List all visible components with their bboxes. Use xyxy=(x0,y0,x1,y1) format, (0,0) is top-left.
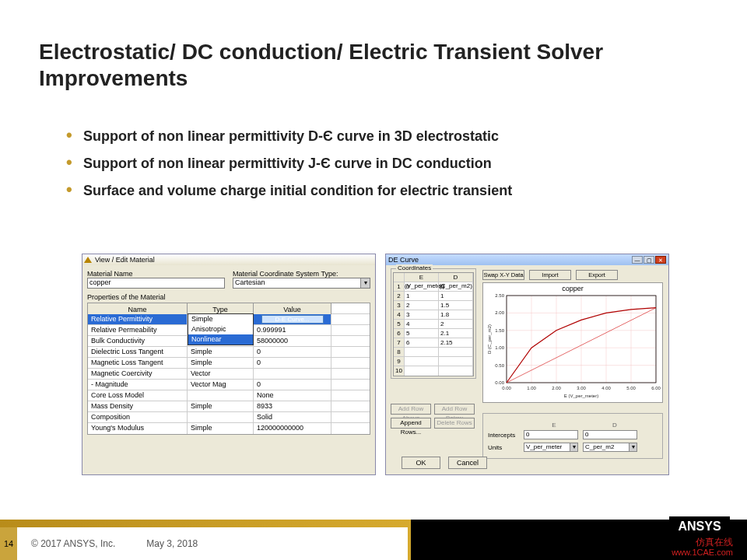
dropdown-option-selected[interactable]: Nonlinear xyxy=(188,334,253,345)
prop-value[interactable]: 0 xyxy=(254,380,331,390)
row-num: 9 xyxy=(394,357,405,366)
prop-type[interactable]: Simple xyxy=(188,347,254,357)
prop-name[interactable]: Relative Permeability xyxy=(88,325,188,335)
e-cell[interactable]: 1 xyxy=(405,292,439,300)
e-header: E (V_per_meter) xyxy=(405,273,439,282)
e-cell[interactable] xyxy=(405,348,439,356)
d-cell[interactable] xyxy=(439,366,473,376)
prop-type[interactable]: Vector xyxy=(188,369,254,379)
prop-value[interactable]: 0.999991 xyxy=(254,325,331,335)
prop-type[interactable] xyxy=(188,412,254,422)
e-cell[interactable]: 3 xyxy=(405,310,439,319)
export-dataset-button[interactable]: Export Dataset... xyxy=(576,270,618,280)
cae-url: www.1CAE.com xyxy=(672,548,733,557)
bullet-item: Support of non linear permittivity J-Є c… xyxy=(66,156,689,172)
prop-name[interactable]: - Magnitude xyxy=(88,380,188,390)
d-cell[interactable]: 2.15 xyxy=(439,338,473,347)
d-cell[interactable]: 1.8 xyxy=(439,310,473,319)
prop-value[interactable]: 0 xyxy=(254,347,331,357)
prop-type[interactable]: Simple xyxy=(188,423,254,434)
prop-value[interactable]: 58000000 xyxy=(254,336,331,346)
units-d-select[interactable]: C_per_m2▾ xyxy=(583,443,637,452)
e-cell[interactable]: 5 xyxy=(405,329,439,338)
prop-type[interactable]: Vector Mag xyxy=(188,380,254,390)
prop-value[interactable]: None xyxy=(254,390,331,401)
append-rows-button[interactable]: Append Rows... xyxy=(391,418,431,429)
e-cell[interactable] xyxy=(405,366,439,376)
cae-watermark: 仿真在线 www.1CAE.com xyxy=(672,537,733,557)
prop-name[interactable]: Mass Density xyxy=(88,401,188,411)
prop-name[interactable]: Dielectric Loss Tangent xyxy=(88,347,188,357)
dropdown-option[interactable]: Anisotropic xyxy=(188,324,253,334)
svg-text:2.00: 2.00 xyxy=(552,386,561,390)
prop-value[interactable] xyxy=(254,369,331,379)
slide: Electrostatic/ DC conduction/ Electric T… xyxy=(0,0,747,560)
prop-name[interactable]: Magnetic Loss Tangent xyxy=(88,358,188,368)
prop-type[interactable]: Simple xyxy=(188,401,254,411)
close-button[interactable]: ✕ xyxy=(655,256,666,264)
prop-value[interactable]: D-E Curve... xyxy=(254,314,331,324)
e-cell[interactable]: 4 xyxy=(405,320,439,328)
chart-svg: 0.001.002.003.004.005.006.000.000.501.00… xyxy=(485,292,661,400)
ok-button[interactable]: OK xyxy=(402,457,440,469)
delete-rows-button[interactable]: Delete Rows xyxy=(434,418,475,429)
prop-name[interactable]: Bulk Conductivity xyxy=(88,336,188,346)
units-e-select[interactable]: V_per_meter▾ xyxy=(524,443,578,452)
svg-text:E (V_per_meter): E (V_per_meter) xyxy=(564,394,598,398)
row-num: 10 xyxy=(394,366,405,376)
prop-name[interactable]: Composition xyxy=(88,412,188,422)
prop-value[interactable]: Solid xyxy=(254,412,331,422)
chevron-down-icon: ▾ xyxy=(360,278,370,288)
svg-text:0.50: 0.50 xyxy=(495,363,504,368)
add-row-below-button[interactable]: Add Row Below xyxy=(434,404,475,415)
e-cell[interactable]: 2 xyxy=(405,301,439,310)
prop-name[interactable]: Core Loss Model xyxy=(88,390,188,401)
coord-type-label: Material Coordinate System Type: xyxy=(233,270,370,278)
d-cell[interactable]: 1.5 xyxy=(439,301,473,310)
prop-value[interactable]: 0 xyxy=(254,358,331,368)
prop-value[interactable]: 120000000000 xyxy=(254,423,331,434)
intercept-d-input[interactable]: 0 xyxy=(583,430,637,439)
chevron-down-icon: ▾ xyxy=(629,443,637,451)
d-cell[interactable]: 0 xyxy=(439,282,473,291)
copyright: © 2017 ANSYS, Inc. xyxy=(31,538,115,549)
prop-name[interactable]: Magnetic Coercivity xyxy=(88,369,188,379)
prop-name[interactable]: Relative Permittivity xyxy=(88,314,188,324)
prop-type[interactable] xyxy=(188,390,254,401)
e-cell[interactable]: 6 xyxy=(405,338,439,347)
material-window-title: View / Edit Material xyxy=(95,256,155,264)
d-cell[interactable] xyxy=(439,357,473,366)
d-cell[interactable] xyxy=(439,348,473,356)
row-num: 7 xyxy=(394,338,405,347)
e-cell[interactable]: 0 xyxy=(405,282,439,291)
coordinates-table: E (V_per_meter) D (C_per_m2) 100 211 321… xyxy=(393,272,474,376)
properties-grid: Name Type Value Relative Permittivity No… xyxy=(87,303,370,435)
material-name-input[interactable]: copper xyxy=(87,278,225,289)
dropdown-option[interactable]: Simple xyxy=(188,314,253,324)
intercept-e-input[interactable]: 0 xyxy=(524,430,578,439)
prop-value[interactable]: 8933 xyxy=(254,401,331,411)
coord-type-select[interactable]: Cartesian ▾ xyxy=(233,278,370,289)
svg-text:6.00: 6.00 xyxy=(651,386,661,390)
type-dropdown-list[interactable]: Simple Anisotropic Nonlinear xyxy=(188,313,254,345)
svg-text:1.00: 1.00 xyxy=(495,345,504,350)
d-cell[interactable]: 1 xyxy=(439,292,473,300)
d-cell[interactable]: 2 xyxy=(439,320,473,328)
svg-text:0.00: 0.00 xyxy=(495,380,504,385)
prop-type[interactable]: Simple xyxy=(188,358,254,368)
swap-xy-button[interactable]: Swap X-Y Data xyxy=(482,270,524,280)
svg-text:D (C_per_m2): D (C_per_m2) xyxy=(487,324,492,354)
add-row-above-button[interactable]: Add Row Above xyxy=(391,404,431,415)
coordinates-label: Coordinates xyxy=(396,264,433,271)
import-dataset-button[interactable]: Import Dataset... xyxy=(529,270,571,280)
d-cell[interactable]: 2.1 xyxy=(439,329,473,338)
de-curve-button[interactable]: D-E Curve... xyxy=(261,315,324,324)
curve-titlebar: DE Curve — ▢ ✕ xyxy=(386,254,668,265)
e-cell[interactable] xyxy=(405,357,439,366)
row-num: 6 xyxy=(394,329,405,338)
prop-name[interactable]: Young's Modulus xyxy=(88,423,188,434)
minimize-button[interactable]: — xyxy=(632,256,643,264)
window-controls: — ▢ ✕ xyxy=(632,256,666,264)
cancel-button[interactable]: Cancel xyxy=(448,457,487,469)
maximize-button[interactable]: ▢ xyxy=(644,256,654,264)
